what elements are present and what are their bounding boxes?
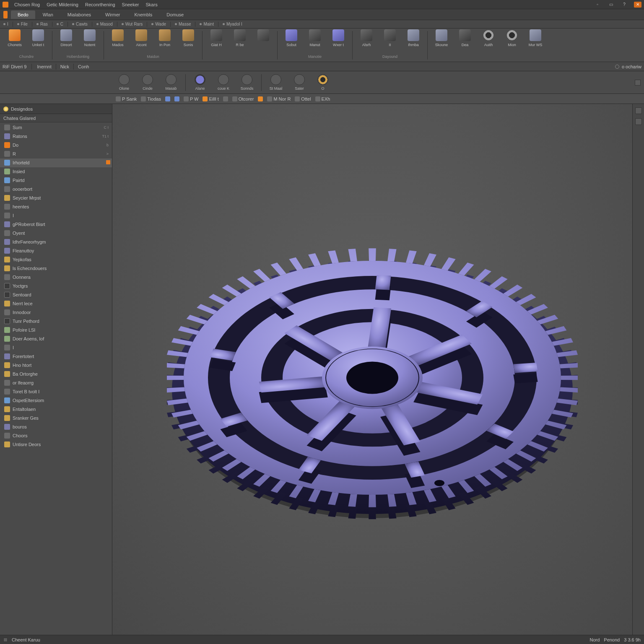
gutter-tool-1-icon[interactable] — [635, 107, 642, 114]
ribbon-btn-4-0[interactable]: Sobut — [281, 29, 302, 54]
ribbon-btn-6-3[interactable]: Mion — [501, 29, 522, 54]
tree-node-21[interactable]: Innodoor — [0, 308, 112, 317]
ribbon-btn-2-1[interactable]: Aicont — [131, 29, 152, 54]
qat-3[interactable]: C — [57, 22, 63, 26]
tree-node-36[interactable]: Untisre Deors — [0, 440, 112, 449]
mini-7[interactable]: Otcorer — [232, 96, 254, 101]
mini-10[interactable]: Ottel — [295, 96, 311, 101]
window-close-icon[interactable]: ✕ — [634, 2, 641, 8]
qat-9[interactable]: Maint — [200, 22, 213, 26]
ribbon-btn-5-2[interactable]: Ihrnba — [403, 29, 424, 54]
mini-8[interactable] — [258, 96, 263, 101]
ribbon-btn-1-0[interactable]: Direort — [56, 29, 77, 54]
tree-node-10[interactable]: I — [0, 211, 112, 220]
gutter-tool-2-icon[interactable] — [635, 118, 642, 125]
qat-2[interactable]: Ras — [36, 22, 48, 26]
tree-node-2[interactable]: Dob — [0, 141, 112, 150]
menu-sneeker[interactable]: Sneeker — [122, 2, 139, 7]
mini-3[interactable] — [174, 96, 179, 101]
mini-5[interactable]: Eilll t — [203, 96, 218, 101]
cmd-mid-0[interactable]: Inernnt — [37, 64, 51, 69]
panel-btn-5[interactable]: Sonnds — [235, 74, 259, 91]
tab-domuse[interactable]: Domuse — [160, 10, 190, 19]
tree-node-1[interactable]: RatonsT1 t — [0, 132, 112, 141]
panel-btn-1[interactable]: Cinde — [136, 74, 159, 91]
tree-node-4[interactable]: Irhorteld — [0, 158, 112, 167]
tree-node-27[interactable]: Hno htort — [0, 361, 112, 370]
tree-node-8[interactable]: Seycier Mrpst — [0, 194, 112, 203]
tree-node-14[interactable]: Fleanuttoy — [0, 247, 112, 255]
ribbon-btn-4-2[interactable]: Wxer t — [328, 29, 349, 54]
panel-btn-3[interactable]: Alane — [188, 74, 212, 91]
mini-11[interactable]: EXh — [315, 96, 330, 101]
ribbon-btn-6-4[interactable]: Mur WS — [525, 29, 546, 54]
mini-6[interactable] — [223, 96, 228, 101]
qat-5[interactable]: Masod — [96, 22, 113, 26]
tab-mialabones[interactable]: Mialabones — [61, 10, 98, 19]
tree-node-29[interactable]: or lfeaorrg — [0, 379, 112, 387]
tree-node-32[interactable]: Entaltolaen — [0, 405, 112, 414]
browser-subheader[interactable]: Chatea Gslared — [0, 114, 112, 122]
tree-node-6[interactable]: Pairtd — [0, 176, 112, 185]
tree-node-26[interactable]: Forertotert — [0, 352, 112, 361]
mini-1[interactable]: Tiodas — [141, 96, 161, 101]
mini-4[interactable]: P W — [184, 96, 199, 101]
panel-collapse-icon[interactable] — [635, 80, 641, 86]
menu-getic-mildening[interactable]: Getic Mildening — [47, 2, 78, 7]
tree-node-20[interactable]: Nerrt lece — [0, 299, 112, 308]
ribbon-btn-3-2[interactable] — [253, 29, 274, 54]
menu-reconrthening[interactable]: Reconrthening — [85, 2, 115, 7]
tree-node-30[interactable]: Toret B tvolt I — [0, 387, 112, 396]
tree-node-7[interactable]: oooerbort — [0, 185, 112, 194]
ribbon-btn-6-0[interactable]: Skoune — [431, 29, 452, 54]
tree-node-33[interactable]: Sranker Ges — [0, 414, 112, 423]
browser-header[interactable]: Designdos — [0, 104, 112, 114]
tree-node-16[interactable]: ls Echecndouers — [0, 264, 112, 273]
qat-1[interactable]: File — [17, 22, 28, 26]
tree-node-0[interactable]: SumC I — [0, 123, 112, 132]
tab-knembls[interactable]: Knembls — [127, 10, 159, 19]
mini-9[interactable]: M Nor R — [267, 96, 291, 101]
ribbon-btn-1-1[interactable]: Notent — [79, 29, 100, 54]
browser-tree[interactable]: SumC IRatonsT1 tDobR>IrhorteldInsiedPair… — [0, 122, 112, 635]
tree-node-11[interactable]: gPRoberot Bisrt — [0, 220, 112, 229]
panel-btn-2[interactable]: Masab — [159, 74, 183, 91]
qat-4[interactable]: Cawts — [72, 22, 88, 26]
cmd-mid-1[interactable]: Nick — [60, 64, 69, 69]
ribbon-btn-2-3[interactable]: Sonis — [178, 29, 199, 54]
ribbon-btn-3-1[interactable]: R be — [229, 29, 250, 54]
tree-node-3[interactable]: R> — [0, 150, 112, 158]
file-tab-icon[interactable] — [3, 11, 8, 18]
qat-6[interactable]: Wut Rars — [122, 22, 143, 26]
tree-node-9[interactable]: heentes — [0, 203, 112, 211]
ribbon-btn-6-2[interactable]: Auith — [478, 29, 499, 54]
window-tool-2-icon[interactable]: ▭ — [607, 2, 615, 8]
tree-node-18[interactable]: Yoctgrs — [0, 282, 112, 291]
tree-node-13[interactable]: ldhrFwreorhygm — [0, 238, 112, 247]
tree-node-31[interactable]: OspetEltersiom — [0, 396, 112, 405]
mini-0[interactable]: P Sank — [116, 96, 137, 101]
cmd-mid-2[interactable]: Conh — [78, 64, 89, 69]
ribbon-btn-0-1[interactable]: Unket t — [28, 29, 49, 54]
ribbon-btn-2-2[interactable]: In Pon — [154, 29, 175, 54]
ribbon-btn-5-0[interactable]: Alsrh — [356, 29, 377, 54]
viewport-3d[interactable] — [112, 104, 632, 635]
qat-10[interactable]: Myadol I — [223, 22, 242, 26]
menu-chosen-rog[interactable]: Chosen Rog — [14, 2, 40, 7]
panel-btn-8[interactable]: O — [311, 74, 335, 91]
tree-node-17[interactable]: Oonnera — [0, 273, 112, 282]
panel-btn-0[interactable]: Olone — [112, 74, 136, 91]
tab-wirmer[interactable]: Wirmer — [99, 10, 127, 19]
tree-node-34[interactable]: bouros — [0, 423, 112, 431]
ribbon-btn-3-0[interactable]: Giat H — [206, 29, 227, 54]
menu-skars[interactable]: Skars — [146, 2, 158, 7]
ribbon-btn-2-0[interactable]: Mados — [107, 29, 128, 54]
tree-node-24[interactable]: Doer Aoens, lof — [0, 335, 112, 343]
ribbon-btn-4-1[interactable]: Manut — [304, 29, 325, 54]
tree-node-12[interactable]: Oyent — [0, 229, 112, 238]
panel-btn-4[interactable]: coue K — [212, 74, 235, 91]
window-tool-1-icon[interactable]: ▫ — [594, 2, 601, 8]
window-help-icon[interactable]: ? — [621, 2, 628, 8]
tree-node-5[interactable]: Insied — [0, 167, 112, 176]
tab-bedo[interactable]: Bedo — [11, 10, 35, 19]
